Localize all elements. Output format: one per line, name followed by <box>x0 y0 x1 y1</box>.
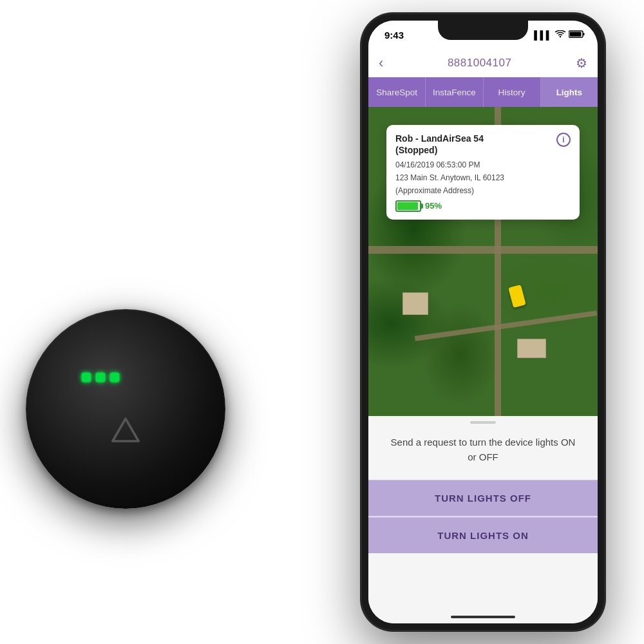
popup-status: (Stopped) <box>395 144 484 156</box>
battery-percent: 95% <box>425 201 442 211</box>
phone-notch <box>438 21 528 40</box>
tab-sharespot[interactable]: ShareSpot <box>368 77 426 107</box>
building-4 <box>517 339 546 358</box>
battery-icon <box>569 30 585 40</box>
back-button[interactable]: ‹ <box>379 55 383 71</box>
gps-light-3 <box>110 373 119 382</box>
tabs: ShareSpot InstaFence History Lights <box>368 77 598 107</box>
settings-button[interactable]: ⚙ <box>576 55 587 71</box>
svg-rect-3 <box>570 32 582 36</box>
signal-icon: ▌▌▌ <box>534 30 552 40</box>
road-diagonal <box>415 310 597 341</box>
svg-marker-0 <box>113 419 138 441</box>
gps-logo <box>108 413 144 451</box>
turn-lights-off-button[interactable]: TURN LIGHTS OFF <box>368 480 598 516</box>
gps-light-2 <box>96 373 105 382</box>
phone-screen: 9:43 ▌▌▌ <box>368 21 598 623</box>
lights-description: Send a request to turn the device lights… <box>368 435 598 464</box>
road-horizontal <box>368 246 598 254</box>
battery-fill <box>397 202 418 210</box>
svg-rect-2 <box>583 33 585 35</box>
status-time: 9:43 <box>384 30 404 41</box>
map-area: Rob - LandAirSea 54 (Stopped) i 04/16/20… <box>368 107 598 416</box>
gps-device-lights <box>82 373 119 382</box>
satellite-map: Rob - LandAirSea 54 (Stopped) i 04/16/20… <box>368 107 598 416</box>
gps-device <box>26 309 225 509</box>
scene: 9:43 ▌▌▌ <box>0 0 644 644</box>
popup-address-note: (Approximate Address) <box>395 185 571 196</box>
popup-info-button[interactable]: i <box>556 133 571 147</box>
drag-handle <box>470 421 496 424</box>
popup-battery: 95% <box>395 200 571 212</box>
wifi-icon <box>555 30 565 40</box>
turn-lights-on-label: TURN LIGHTS ON <box>437 530 529 541</box>
phone: 9:43 ▌▌▌ <box>361 13 605 631</box>
popup-timestamp: 04/16/2019 06:53:00 PM <box>395 160 571 171</box>
status-icons: ▌▌▌ <box>534 30 585 40</box>
battery-bar <box>395 200 421 212</box>
header-title: 8881004107 <box>448 57 512 70</box>
car-marker <box>508 285 526 308</box>
home-indicator <box>451 616 515 618</box>
tab-history[interactable]: History <box>484 77 541 107</box>
popup-device-name: Rob - LandAirSea 54 <box>395 133 484 144</box>
building-3 <box>402 292 428 315</box>
popup-header: Rob - LandAirSea 54 (Stopped) i <box>395 133 571 156</box>
turn-lights-on-button[interactable]: TURN LIGHTS ON <box>368 517 598 553</box>
popup-address: 123 Main St. Anytown, IL 60123 <box>395 173 571 184</box>
tab-instafence[interactable]: InstaFence <box>426 77 483 107</box>
app-header: ‹ 8881004107 ⚙ <box>368 49 598 77</box>
tab-lights[interactable]: Lights <box>541 77 598 107</box>
location-popup: Rob - LandAirSea 54 (Stopped) i 04/16/20… <box>386 125 580 220</box>
lights-section: Send a request to turn the device lights… <box>368 416 598 623</box>
popup-title-block: Rob - LandAirSea 54 (Stopped) <box>395 133 484 156</box>
turn-lights-off-label: TURN LIGHTS OFF <box>435 493 531 504</box>
gps-light-1 <box>82 373 91 382</box>
